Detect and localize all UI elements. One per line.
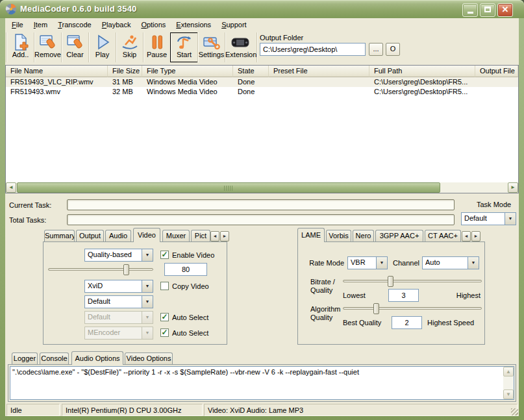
tab-3gpp-aac[interactable]: 3GPP AAC+: [375, 230, 423, 242]
bitrate-slider-thumb[interactable]: [388, 276, 393, 287]
minimize-button[interactable]: [462, 3, 478, 17]
enable-video-checkbox[interactable]: ✓: [160, 251, 169, 259]
quality-value-field[interactable]: 80: [164, 263, 207, 276]
skip-button[interactable]: Skip: [116, 33, 143, 62]
container-select[interactable]: Default ▼: [84, 295, 153, 308]
browse-button[interactable]: ...: [369, 43, 383, 56]
menu-file[interactable]: File: [6, 19, 29, 30]
tab-console[interactable]: Console: [40, 352, 69, 365]
chevron-down-icon[interactable]: ▼: [505, 213, 516, 225]
mode-select[interactable]: Quality-based ▼: [84, 249, 153, 262]
clear-button[interactable]: Clear: [62, 33, 88, 62]
add-file-icon: [12, 34, 30, 51]
column-header-full-path[interactable]: Full Path: [369, 66, 475, 77]
column-header-file-name[interactable]: File Name: [6, 66, 108, 77]
tab-scroll-left-icon[interactable]: ◄: [462, 231, 471, 241]
settings-button[interactable]: Settings: [198, 33, 225, 62]
chevron-down-icon[interactable]: ▼: [142, 296, 153, 308]
tab-scroll-right-icon[interactable]: ►: [220, 231, 229, 241]
quality-slider-thumb[interactable]: [123, 264, 129, 275]
tab-video[interactable]: Video: [133, 228, 160, 242]
cell-file-type: Windows Media Video: [142, 77, 233, 87]
column-header-file-type[interactable]: File Type: [142, 66, 233, 77]
menu-support[interactable]: Support: [216, 19, 252, 30]
chevron-down-icon[interactable]: ▼: [142, 280, 153, 292]
column-header-output-file[interactable]: Output File: [475, 66, 518, 77]
tab-video-options[interactable]: Video Options: [125, 352, 173, 365]
backend-auto-select-label: Auto Select: [172, 329, 208, 337]
column-header-file-size[interactable]: File Size: [108, 66, 142, 77]
tab-vorbis[interactable]: Vorbis: [326, 230, 351, 242]
algorithm-slider-track[interactable]: [343, 307, 482, 310]
scroll-left-icon[interactable]: ◄: [6, 182, 16, 193]
tab-logger[interactable]: Logger: [12, 352, 38, 365]
tab-ct-aac[interactable]: CT AAC+: [425, 230, 461, 242]
file-list-header: File Name File Size File Type State Pres…: [6, 66, 518, 77]
menu-playback[interactable]: Playback: [97, 19, 136, 30]
tab-scroll-left-icon[interactable]: ◄: [210, 231, 219, 241]
tab-scroll-right-icon[interactable]: ►: [471, 231, 480, 241]
tab-lame[interactable]: LAME: [297, 228, 325, 242]
bitrate-slider-track[interactable]: [343, 280, 482, 282]
tab-pict[interactable]: Pict: [191, 230, 210, 242]
backend-auto-select-checkbox[interactable]: ✓: [160, 328, 169, 337]
column-header-preset-file[interactable]: Preset File: [269, 66, 369, 77]
scroll-right-icon[interactable]: ►: [508, 182, 518, 193]
cell-state: Done: [233, 87, 269, 97]
maximize-button[interactable]: [480, 3, 495, 17]
audio-command-textarea[interactable]: ".\codecs\lame.exe" - "$(DestFile)" --pr…: [10, 366, 514, 400]
source-auto-select-checkbox[interactable]: ✓: [160, 313, 169, 321]
channel-select[interactable]: Auto ▼: [422, 256, 479, 269]
algorithm-value-field[interactable]: 2: [392, 316, 422, 329]
output-folder-label: Output Folder: [260, 34, 303, 42]
scroll-down-icon[interactable]: ▼: [503, 389, 514, 399]
tab-output[interactable]: Output: [76, 230, 104, 242]
table-row[interactable]: FR519493_VLC_RIP.wmv 31 MB Windows Media…: [6, 77, 518, 87]
tab-muxer[interactable]: Muxer: [162, 230, 190, 242]
horizontal-scrollbar[interactable]: ◄ ►: [6, 182, 518, 193]
rate-mode-select[interactable]: VBR ▼: [347, 256, 388, 269]
table-row[interactable]: FR519493.wmv 32 MB Windows Media Video D…: [6, 87, 518, 97]
scrollbar-grip: [224, 186, 233, 191]
menu-options[interactable]: Options: [136, 19, 171, 30]
output-folder-input[interactable]: C:\Users\greg\Desktop\: [260, 43, 366, 56]
scrollbar-thumb[interactable]: [17, 182, 440, 193]
pause-button[interactable]: Pause: [143, 33, 170, 62]
chevron-down-icon[interactable]: ▼: [142, 249, 153, 261]
app-icon: [5, 3, 17, 15]
tab-audio[interactable]: Audio: [105, 230, 131, 242]
tab-nero[interactable]: Nero: [353, 230, 374, 242]
extension-button[interactable]: Extension: [225, 33, 255, 62]
tab-audio-options[interactable]: Audio Options: [71, 351, 123, 365]
copy-video-checkbox[interactable]: [160, 282, 169, 290]
vertical-scrollbar[interactable]: ▲ ▼: [503, 367, 514, 399]
chevron-down-icon[interactable]: ▼: [468, 257, 479, 269]
resize-grip[interactable]: [511, 408, 518, 415]
remove-button[interactable]: Remove: [34, 33, 61, 62]
menu-transcode[interactable]: Transcode: [53, 19, 97, 30]
rate-mode-label: Rate Mode: [302, 259, 344, 267]
format-select[interactable]: XviD ▼: [84, 280, 153, 293]
play-button[interactable]: Play: [89, 33, 116, 62]
close-button[interactable]: ✕: [497, 3, 513, 17]
cell-preset-file: [269, 87, 369, 97]
chevron-down-icon: ▼: [142, 327, 153, 339]
current-task-progress: [67, 199, 455, 210]
chevron-down-icon[interactable]: ▼: [376, 257, 387, 269]
menu-item[interactable]: Item: [29, 19, 53, 30]
file-list[interactable]: File Name File Size File Type State Pres…: [5, 65, 519, 193]
title-bar[interactable]: MediaCoder 0.6.0 build 3540 ✕: [0, 0, 524, 18]
task-mode-select[interactable]: Default ▼: [461, 212, 516, 225]
scroll-up-icon[interactable]: ▲: [503, 367, 514, 377]
algorithm-slider-thumb[interactable]: [373, 303, 379, 314]
quality-slider-track[interactable]: [48, 268, 153, 271]
cell-output-file: [475, 77, 518, 87]
tab-summary[interactable]: Summary: [44, 230, 75, 242]
menu-extensions[interactable]: Extensions: [171, 19, 216, 30]
start-button[interactable]: Start: [171, 33, 197, 62]
bitrate-value-field[interactable]: 3: [388, 289, 419, 302]
total-tasks-progress: [67, 214, 455, 225]
open-folder-button[interactable]: O: [386, 43, 400, 56]
add-button[interactable]: Add..: [7, 33, 34, 62]
column-header-state[interactable]: State: [233, 66, 269, 77]
